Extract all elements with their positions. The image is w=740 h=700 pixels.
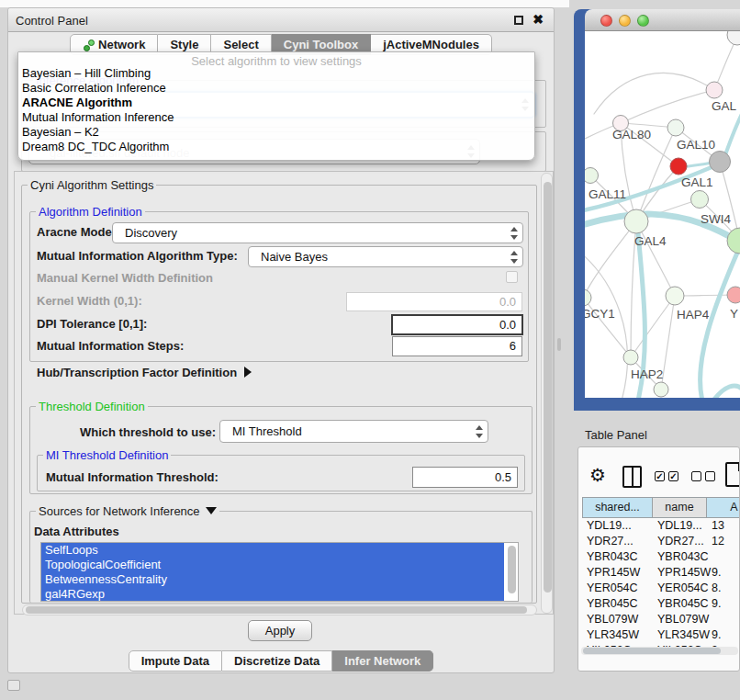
network-node-hap2[interactable] [623,350,638,365]
combo-stepper-icon [510,227,518,240]
mi-type-combo[interactable]: Naive Bayes [248,246,523,267]
unchecked-box-icon[interactable] [691,471,701,481]
algorithm-dropdown-popup: Select algorithm to view settings Bayesi… [17,51,535,161]
network-node[interactable] [727,228,740,254]
table-row[interactable]: YBL079WYBL079W [582,612,740,627]
horizontal-scrollbar-thumb[interactable] [26,606,527,614]
algorithm-option-bayesian-k2[interactable]: Bayesian – K2 [18,125,534,140]
table-row[interactable]: YBR043CYBR043C [582,549,740,565]
apply-button[interactable]: Apply [248,620,312,641]
network-edge[interactable] [631,296,675,357]
network-node-hap4[interactable] [666,287,684,305]
algorithm-option-bayesian-hill-climbing[interactable]: Bayesian – Hill Climbing [18,66,534,81]
dpi-tolerance-field[interactable]: 0.0 [391,314,523,335]
table-row[interactable]: YDL19...YDL19...13 [582,518,740,534]
data-attributes-list[interactable]: SelfLoopsTopologicalCoefficientBetweenne… [40,542,519,602]
column-header-shared[interactable]: shared... [582,497,653,518]
which-threshold-combo[interactable]: MI Threshold [219,420,488,443]
close-icon[interactable]: ✖ [533,12,544,27]
float-window-icon[interactable] [514,16,523,25]
column-header-a[interactable]: A [707,497,740,518]
horizontal-scrollbar[interactable] [22,604,537,615]
algorithm-option-basic-correlation-inference[interactable]: Basic Correlation Inference [18,81,534,96]
table-row[interactable]: YPR145WYPR145W9. [582,565,740,581]
node-label-hap2: HAP2 [631,367,663,381]
vertical-scrollbar[interactable] [541,173,553,614]
columns-icon[interactable] [622,466,642,488]
close-traffic-light[interactable] [600,15,612,27]
attribute-item-gal4rgexp[interactable]: gal4RGexp [41,587,504,602]
table-row[interactable]: YLR345WYLR345W9. [582,627,740,643]
combo-stepper-icon [510,251,518,264]
table-panel: ⚙ ✓ ✓ shared...nameA YDL19...YDL19...13Y… [577,446,740,672]
minimize-traffic-light[interactable] [619,15,631,27]
sources-toggle[interactable]: Sources for Network Inference [36,504,219,518]
network-canvas[interactable]: GALGAL80GAL10GAL1GAL11SWI4GAL4GCY1HAP4YH… [585,31,740,398]
gear-icon[interactable]: ⚙ [589,464,606,486]
mi-threshold-title: MI Threshold Definition [43,448,171,462]
aracne-mode-combo[interactable]: Discovery [112,222,523,243]
network-node-gal11[interactable] [585,168,599,184]
tab-label: Impute Data [141,651,209,672]
node-label-y: Y [730,307,738,321]
network-edge[interactable] [585,221,636,298]
network-node-gal4[interactable] [624,209,648,233]
attribute-item-topologicalcoefficient[interactable]: TopologicalCoefficient [41,558,504,572]
new-table-icon[interactable] [725,462,740,487]
table-cell: YDR27... [653,534,707,549]
splitter-handle[interactable] [557,338,561,351]
network-node[interactable] [654,382,668,397]
network-node-gcy1[interactable] [585,289,591,306]
table-horizontal-scrollbar[interactable] [581,647,738,655]
algorithm-option-aracne-algorithm[interactable]: ARACNE Algorithm [18,96,534,110]
network-node[interactable] [727,31,740,45]
bottom-tab-strip: Impute DataDiscretize DataInfer Network [8,650,554,672]
table-row[interactable]: YDR27...YDR27...12 [582,534,740,549]
mi-threshold-field[interactable]: 0.5 [412,467,518,488]
manual-kernel-checkbox[interactable] [506,271,518,283]
checked-box-icon[interactable]: ✓ [668,471,678,481]
mi-steps-field[interactable]: 6 [392,336,522,356]
kernel-width-label: Kernel Width (0,1): [37,294,142,308]
network-node-gal10[interactable] [667,119,684,136]
network-node-gal1[interactable] [670,158,687,175]
network-window-titlebar[interactable] [585,9,740,31]
checked-box-icon[interactable]: ✓ [655,471,665,481]
network-edge-highlight[interactable] [713,386,740,398]
network-edge[interactable] [621,90,714,123]
network-node[interactable] [710,152,731,173]
table-cell: YDR27... [582,534,653,549]
attribute-item-selfloops[interactable]: SelfLoops [41,543,504,558]
network-edge[interactable] [594,73,714,114]
list-scrollbar-thumb[interactable] [508,546,516,593]
column-header-name[interactable]: name [653,497,707,518]
hub-definition-toggle[interactable]: Hub/Transcription Factor Definition [37,366,252,379]
tab-discretize-data[interactable]: Discretize Data [222,650,332,672]
table-row[interactable]: YER054CYER054C8. [582,581,740,596]
table-cell: YER054C [582,581,653,596]
network-node-y[interactable] [727,287,740,303]
table-cell: 9. [707,627,740,643]
collapsed-arrow-icon [244,367,252,378]
algorithm-option-mutual-information-inference[interactable]: Mutual Information Inference [18,110,534,125]
network-edge[interactable] [585,252,627,398]
network-node-swi4[interactable] [691,191,709,209]
network-edge[interactable] [636,128,676,221]
table-scrollbar-thumb[interactable] [583,648,721,654]
tab-impute-data[interactable]: Impute Data [129,650,222,672]
kernel-width-field[interactable]: 0.0 [346,292,522,311]
collapsed-panel-grip[interactable] [7,680,20,691]
table-row[interactable]: YBR045CYBR045C9. [582,596,740,612]
algorithm-definition-title: Algorithm Definition [36,205,145,219]
attribute-item-betweennesscentrality[interactable]: BetweennessCentrality [41,572,504,587]
tab-infer-network[interactable]: Infer Network [332,650,433,672]
network-node-gal[interactable] [706,82,723,98]
table-cell: YLR345W [653,627,707,643]
node-label-gal1: GAL1 [681,175,713,189]
unchecked-box-icon[interactable] [705,471,715,481]
zoom-traffic-light[interactable] [637,15,649,27]
node-label-gal10: GAL10 [677,138,715,152]
network-view-window: GALGAL80GAL10GAL1GAL11SWI4GAL4GCY1HAP4YH… [574,9,740,411]
algorithm-option-dream8-dc-tdc-algorithm[interactable]: Dream8 DC_TDC Algorithm [18,140,534,154]
vertical-scrollbar-thumb[interactable] [544,182,552,593]
